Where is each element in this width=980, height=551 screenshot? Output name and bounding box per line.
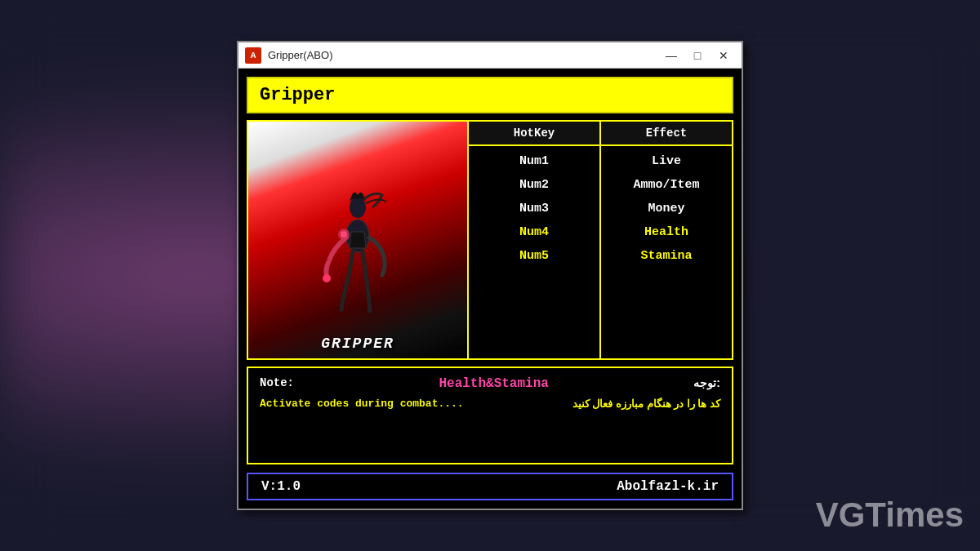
game-title-box: Gripper <box>247 77 733 113</box>
hotkey-header: HotKey Effect <box>469 122 732 146</box>
hotkey-col2-header: Effect <box>601 122 732 144</box>
game-logo-text: GRIPPER <box>321 335 394 352</box>
game-image: GRIPPER <box>248 122 469 358</box>
note-label-left: Note: <box>260 376 294 389</box>
version-bar: V:1.0 Abolfazl-k.ir <box>247 473 733 500</box>
note-body: Activate codes during combat.... کد ها ر… <box>260 398 720 410</box>
main-content: GRIPPER HotKey Effect Num1 Num2 Num3 Num… <box>247 120 733 360</box>
note-label-right: :توجه <box>693 376 720 389</box>
note-area: Note: Health&Stamina :توجه Activate code… <box>247 367 733 464</box>
effect-stamina: Stamina <box>604 247 728 264</box>
effect-money: Money <box>604 200 728 217</box>
hotkey-num4: Num4 <box>472 224 596 241</box>
hotkey-area: HotKey Effect Num1 Num2 Num3 Num4 Num5 L… <box>469 122 732 358</box>
effect-live: Live <box>604 153 728 170</box>
note-ltr-text: Activate codes during combat.... <box>260 398 464 410</box>
effect-ammo: Ammo/Item <box>604 176 728 193</box>
maximize-button[interactable]: □ <box>686 47 709 64</box>
main-window: A Gripper(ABO) — □ ✕ Gripper <box>237 41 743 510</box>
note-rtl-text: کد ها را در هنگام مبارزه فعال کنید <box>572 398 720 410</box>
minimize-button[interactable]: — <box>660 47 683 64</box>
version-label: V:1.0 <box>261 479 301 494</box>
svg-point-2 <box>323 274 331 282</box>
hotkey-col1-header: HotKey <box>469 122 601 144</box>
hotkey-effects-col: Live Ammo/Item Money Health Stamina <box>601 146 732 358</box>
hotkey-num3: Num3 <box>472 200 596 217</box>
hotkey-keys-col: Num1 Num2 Num3 Num4 Num5 <box>469 146 601 358</box>
titlebar: A Gripper(ABO) — □ ✕ <box>238 42 742 69</box>
app-icon: A <box>245 47 261 64</box>
effect-health: Health <box>604 224 728 241</box>
game-title: Gripper <box>260 85 335 105</box>
note-header-row: Note: Health&Stamina :توجه <box>260 376 720 391</box>
website-label: Abolfazl-k.ir <box>617 479 719 494</box>
window-title: Gripper(ABO) <box>268 49 653 61</box>
window-body: Gripper <box>238 69 742 509</box>
hotkey-num5: Num5 <box>472 247 596 264</box>
hotkey-num2: Num2 <box>472 176 596 193</box>
window-controls: — □ ✕ <box>660 47 735 64</box>
hotkey-rows: Num1 Num2 Num3 Num4 Num5 Live Ammo/Item … <box>469 146 732 358</box>
hotkey-num1: Num1 <box>472 153 596 170</box>
svg-point-4 <box>341 231 347 238</box>
note-center-title: Health&Stamina <box>294 376 693 391</box>
svg-point-1 <box>350 197 366 218</box>
character-svg <box>309 179 407 326</box>
close-button[interactable]: ✕ <box>712 47 735 64</box>
